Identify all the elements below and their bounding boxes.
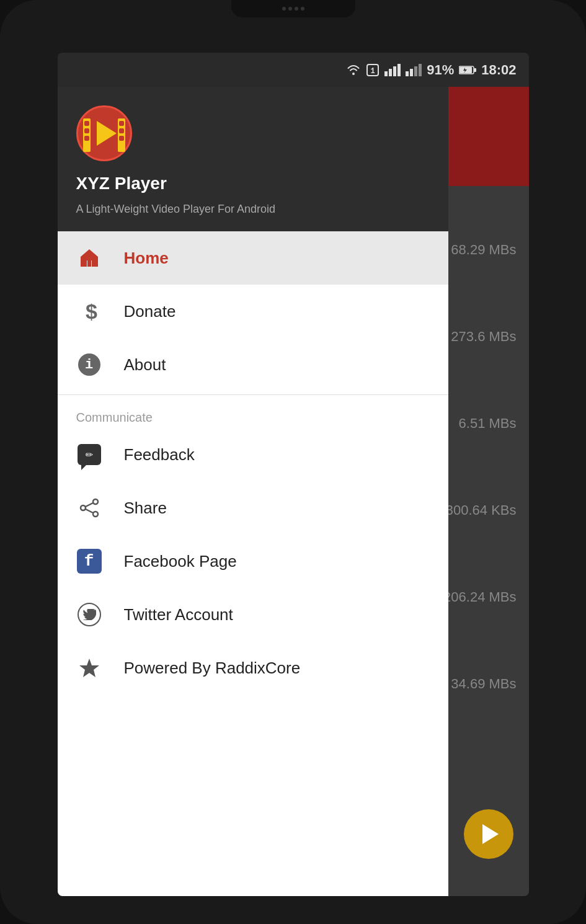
content-area: 68.29 MBs 273.6 MBs 6.51 MBs 300.64 KBs … xyxy=(58,87,529,896)
nav-item-about[interactable]: i About xyxy=(58,338,448,391)
svg-line-18 xyxy=(86,503,93,507)
svg-point-15 xyxy=(93,499,98,504)
svg-rect-9 xyxy=(419,64,422,76)
star-icon xyxy=(76,655,102,681)
svg-rect-5 xyxy=(397,64,401,76)
phone-frame: 1 91% xyxy=(0,0,586,924)
fab-play-button[interactable] xyxy=(464,809,513,859)
nav-item-donate-label: Donate xyxy=(124,302,176,321)
svg-rect-3 xyxy=(389,69,392,76)
svg-text:1: 1 xyxy=(371,67,375,76)
svg-rect-11 xyxy=(474,68,476,72)
nav-item-powered-label: Powered By RaddixCore xyxy=(124,659,301,678)
svg-rect-13 xyxy=(87,260,91,267)
battery-percent: 91% xyxy=(427,62,454,78)
dark-red-header xyxy=(439,87,529,186)
app-subtitle: A Light-Weight Video Player For Android xyxy=(76,203,430,216)
film-strip-right xyxy=(118,118,125,152)
nav-item-feedback-label: Feedback xyxy=(124,445,195,464)
nav-item-home[interactable]: Home xyxy=(58,231,448,285)
info-icon: i xyxy=(76,352,102,378)
share-icon xyxy=(76,495,102,521)
filesize-2: 273.6 MBs xyxy=(451,329,516,345)
nav-item-feedback[interactable]: ✎ Feedback xyxy=(58,428,448,481)
nav-section-communicate: Communicate xyxy=(58,398,448,428)
home-icon xyxy=(76,245,102,271)
nav-item-twitter[interactable]: Twitter Account xyxy=(58,588,448,641)
navigation-drawer: XYZ Player A Light-Weight Video Player F… xyxy=(58,87,448,896)
filesize-6: 34.69 MBs xyxy=(451,676,516,692)
svg-rect-8 xyxy=(414,66,417,76)
nav-item-share-label: Share xyxy=(124,499,167,518)
fab-play-icon xyxy=(482,824,499,844)
status-bar: 1 91% xyxy=(58,53,529,87)
filesize-5: 206.24 MBs xyxy=(443,589,516,605)
signal2-icon xyxy=(406,64,422,76)
app-name: XYZ Player xyxy=(76,174,430,193)
status-icons: 1 91% xyxy=(346,62,516,78)
nav-item-facebook-label: Facebook Page xyxy=(124,552,237,571)
svg-rect-2 xyxy=(384,71,388,76)
feedback-icon: ✎ xyxy=(76,442,102,468)
battery-icon xyxy=(459,65,476,75)
svg-marker-20 xyxy=(79,659,99,677)
wifi-icon xyxy=(346,64,361,76)
phone-notch xyxy=(231,0,355,17)
svg-line-19 xyxy=(86,509,93,513)
nav-divider xyxy=(58,394,448,395)
svg-rect-4 xyxy=(393,66,396,76)
nav-item-about-label: About xyxy=(124,355,166,375)
nav-item-facebook[interactable]: f Facebook Page xyxy=(58,535,448,588)
filesize-1: 68.29 MBs xyxy=(451,242,516,258)
signal-icon xyxy=(384,64,401,76)
dollar-icon: $ xyxy=(76,298,102,324)
filesize-4: 300.64 KBs xyxy=(446,502,517,518)
nav-item-donate[interactable]: $ Donate xyxy=(58,285,448,338)
app-logo xyxy=(76,105,132,161)
svg-text:$: $ xyxy=(86,300,97,322)
nav-item-share[interactable]: Share xyxy=(58,481,448,535)
svg-point-17 xyxy=(93,512,98,517)
film-strip-left xyxy=(83,118,91,152)
drawer-header: XYZ Player A Light-Weight Video Player F… xyxy=(58,87,448,231)
svg-point-16 xyxy=(81,505,86,510)
svg-rect-7 xyxy=(410,69,413,76)
notification-icon: 1 xyxy=(366,63,380,77)
play-icon-logo xyxy=(97,121,117,146)
nav-item-home-label: Home xyxy=(124,249,169,268)
screen: 1 91% xyxy=(58,53,529,896)
nav-items: Home $ Donate i xyxy=(58,231,448,896)
svg-rect-6 xyxy=(406,71,409,76)
facebook-icon: f xyxy=(76,548,102,574)
nav-item-twitter-label: Twitter Account xyxy=(124,605,233,624)
filesize-3: 6.51 MBs xyxy=(459,415,517,432)
twitter-icon xyxy=(76,602,102,628)
time-display: 18:02 xyxy=(481,62,516,78)
nav-item-powered[interactable]: Powered By RaddixCore xyxy=(58,641,448,695)
